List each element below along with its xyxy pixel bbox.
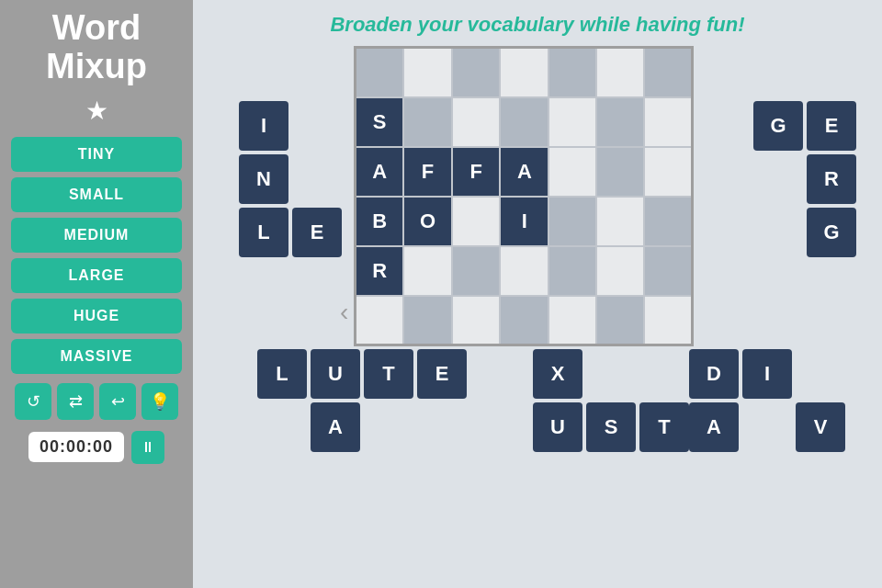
grid-cell-F2[interactable]: F	[452, 147, 501, 197]
grid-cell	[548, 197, 596, 246]
star-button[interactable]: ★	[85, 96, 108, 126]
grid: S A F F A	[354, 46, 694, 346]
sidebar: WordMixup ★ TINY SMALL MEDIUM LARGE HUGE…	[0, 0, 193, 588]
pause-icon: ⏸	[141, 439, 155, 456]
grid-cell	[500, 246, 548, 296]
main-area: Broaden your vocabulary while having fun…	[193, 0, 882, 588]
grid-cell	[548, 97, 596, 147]
grid-cell-A2[interactable]: A	[500, 147, 548, 197]
tile-E3[interactable]: E	[417, 349, 467, 399]
grid-cell-I[interactable]: I	[500, 197, 548, 246]
undo-icon: ↩	[111, 391, 125, 412]
timer-row: 00:00:00 ⏸	[28, 431, 164, 464]
undo-button[interactable]: ↩	[99, 383, 136, 420]
tile-D[interactable]: D	[689, 349, 739, 399]
grid-cell	[644, 246, 692, 296]
grid-cell	[356, 48, 404, 97]
grid-cell	[644, 48, 692, 97]
hint-icon: 💡	[150, 391, 170, 412]
grid-cell-F1[interactable]: F	[403, 147, 452, 197]
grid-cell	[548, 296, 596, 345]
tile-U2[interactable]: U	[533, 402, 582, 452]
tile-I2[interactable]: I	[742, 349, 792, 399]
size-large[interactable]: LARGE	[11, 258, 182, 293]
grid-cell	[548, 48, 596, 97]
reset-icon: ↺	[27, 391, 40, 412]
grid-cell-R[interactable]: R	[356, 246, 404, 296]
grid-cell-B[interactable]: B	[356, 197, 404, 246]
size-huge[interactable]: HUGE	[11, 299, 182, 334]
grid-cell	[500, 48, 548, 97]
grid-cell	[644, 197, 692, 246]
tagline: Broaden your vocabulary while having fun…	[211, 13, 864, 37]
tile-X[interactable]: X	[533, 349, 582, 399]
grid-cell	[596, 246, 644, 296]
timer-display: 00:00:00	[28, 432, 124, 462]
grid-cell	[596, 147, 644, 197]
tile-L[interactable]: L	[239, 208, 288, 257]
tile-U1[interactable]: U	[311, 349, 360, 399]
size-medium[interactable]: MEDIUM	[11, 218, 182, 253]
game-area: ‹ I N L E	[211, 46, 864, 579]
grid-container: S A F F A	[354, 46, 694, 331]
grid-cell	[500, 97, 548, 147]
size-massive[interactable]: MASSIVE	[11, 339, 182, 374]
tile-S2[interactable]: S	[586, 402, 636, 452]
tile-V[interactable]: V	[796, 402, 845, 452]
grid-cell	[452, 97, 501, 147]
grid-cell	[548, 147, 596, 197]
size-small[interactable]: SMALL	[11, 177, 182, 212]
grid-cell-S[interactable]: S	[356, 97, 404, 147]
grid-cell	[644, 296, 692, 345]
grid-cell	[500, 296, 548, 345]
tile-T2[interactable]: T	[639, 402, 689, 452]
grid-cell	[548, 246, 596, 296]
grid-cell	[596, 48, 644, 97]
tile-E2[interactable]: E	[807, 101, 856, 151]
grid-cell	[644, 97, 692, 147]
tile-I[interactable]: I	[239, 101, 288, 151]
grid-cell	[452, 48, 501, 97]
grid-cell	[403, 296, 452, 345]
tile-L[interactable]: L	[257, 349, 307, 399]
tile-T1[interactable]: T	[364, 349, 413, 399]
tile-G2[interactable]: G	[807, 208, 856, 257]
tile-R2[interactable]: R	[807, 154, 856, 204]
grid-cell-O[interactable]: O	[403, 197, 452, 246]
tile-A4[interactable]: A	[689, 402, 739, 452]
reset-button[interactable]: ↺	[15, 383, 51, 420]
tile-E1[interactable]: E	[292, 208, 342, 257]
grid-cell	[644, 147, 692, 197]
swap-icon: ⇄	[69, 391, 83, 412]
tile-A3[interactable]: A	[311, 402, 360, 452]
grid-cell	[596, 296, 644, 345]
tile-N[interactable]: N	[239, 154, 288, 204]
grid-cell	[452, 246, 501, 296]
app-title: WordMixup	[46, 9, 147, 86]
grid-cell-A1[interactable]: A	[356, 147, 404, 197]
grid-cell	[356, 296, 404, 345]
icon-row: ↺ ⇄ ↩ 💡	[15, 383, 178, 420]
grid-cell	[452, 197, 501, 246]
grid-cell	[596, 97, 644, 147]
grid-cell	[403, 48, 452, 97]
size-tiny[interactable]: TINY	[11, 137, 182, 172]
pause-button[interactable]: ⏸	[131, 431, 164, 464]
grid-cell	[452, 296, 501, 345]
grid-cell	[596, 197, 644, 246]
left-arrow-icon[interactable]: ‹	[340, 298, 348, 327]
grid-cell	[403, 246, 452, 296]
tile-G1[interactable]: G	[753, 101, 803, 151]
swap-button[interactable]: ⇄	[57, 383, 94, 420]
hint-button[interactable]: 💡	[141, 383, 178, 420]
grid-cell	[403, 97, 452, 147]
star-icon: ★	[85, 96, 108, 125]
